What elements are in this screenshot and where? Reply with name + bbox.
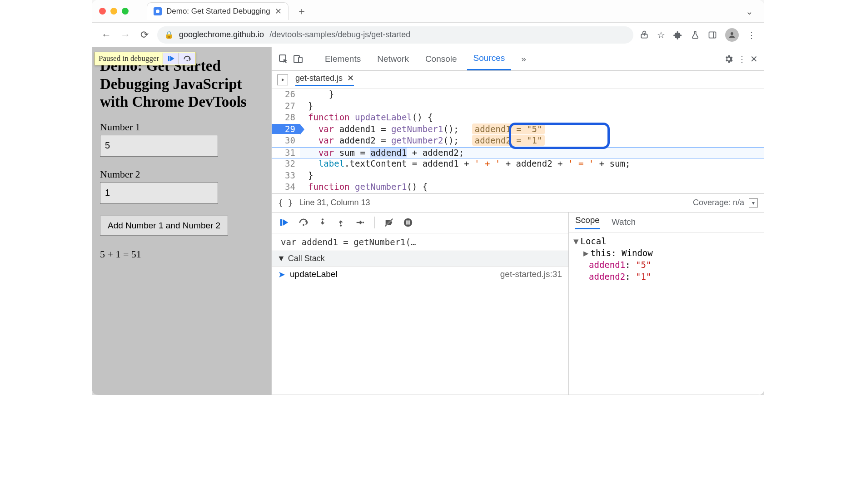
window-controls: [99, 8, 129, 15]
settings-gear-icon[interactable]: [724, 54, 734, 64]
tab-more[interactable]: »: [515, 47, 533, 70]
svg-rect-21: [408, 220, 410, 224]
tabs-dropdown-button[interactable]: ⌄: [746, 6, 753, 17]
step-icon[interactable]: [354, 217, 365, 227]
cursor-position: Line 31, Column 13: [299, 198, 370, 208]
bookmark-star-icon[interactable]: ☆: [657, 30, 665, 40]
tab-network[interactable]: Network: [371, 47, 415, 70]
scope-variables: ▼Local ▶this: Window addend1: "5" addend…: [569, 232, 764, 285]
svg-point-14: [322, 218, 323, 220]
number2-input[interactable]: [100, 182, 218, 204]
tab-sources[interactable]: Sources: [467, 47, 512, 70]
tab-elements[interactable]: Elements: [319, 47, 367, 70]
svg-marker-5: [170, 56, 174, 61]
code-line: var addend2 = getNumber2(); addend2 = "1…: [300, 135, 764, 145]
new-tab-button[interactable]: ＋: [297, 5, 307, 18]
favicon-icon: [154, 7, 162, 15]
device-toolbar-icon[interactable]: [293, 54, 304, 64]
current-frame-pointer-icon: ➤: [278, 269, 285, 280]
svg-point-16: [363, 222, 364, 223]
maximize-window-button[interactable]: [122, 8, 129, 15]
scope-this-row[interactable]: ▶this: Window: [573, 247, 760, 259]
scope-local-header[interactable]: ▼Local: [573, 235, 760, 247]
paused-label: Paused in debugger: [95, 52, 163, 65]
lock-icon: 🔒: [164, 30, 174, 39]
resume-button[interactable]: [163, 53, 179, 64]
share-icon[interactable]: [640, 30, 649, 40]
call-stack-header[interactable]: ▼Call Stack: [272, 251, 568, 267]
call-stack-frame[interactable]: ➤ updateLabel get-started.js:31: [272, 267, 568, 282]
add-button[interactable]: Add Number 1 and Number 2: [100, 216, 228, 236]
browser-tab[interactable]: Demo: Get Started Debugging ✕: [147, 2, 289, 20]
file-tab-name: get-started.js: [295, 74, 343, 83]
devtools-panel: Elements Network Console Sources » ⋮ ✕ g…: [271, 47, 764, 395]
scope-variable-row[interactable]: addend1: "5": [573, 259, 760, 271]
number2-label: Number 2: [100, 168, 263, 180]
devtools-tabbar: Elements Network Console Sources » ⋮ ✕: [272, 47, 764, 71]
coverage-toggle-icon[interactable]: ▾: [749, 198, 758, 208]
file-tab-active[interactable]: get-started.js ✕: [295, 73, 354, 86]
number1-input[interactable]: [100, 135, 218, 157]
number1-label: Number 1: [100, 121, 263, 133]
resume-script-button[interactable]: [279, 217, 289, 227]
code-line: }: [300, 170, 764, 180]
svg-rect-20: [406, 220, 408, 224]
svg-marker-12: [283, 219, 288, 226]
pretty-print-icon[interactable]: { }: [278, 198, 293, 208]
page-content: Paused in debugger Demo: Get Started Deb…: [92, 47, 271, 395]
tab-title: Demo: Get Started Debugging: [166, 7, 270, 16]
svg-point-3: [731, 32, 733, 35]
step-over-icon[interactable]: [298, 217, 309, 227]
svg-point-6: [187, 60, 188, 61]
scope-watch-tabs: Scope Watch: [569, 212, 764, 232]
profile-avatar[interactable]: [725, 28, 739, 42]
side-panel-icon[interactable]: [708, 30, 717, 40]
code-editor[interactable]: 26 } 27} 28function updateLabel() { 29 v…: [272, 89, 764, 193]
url-input[interactable]: 🔒 googlechrome.github.io/devtools-sample…: [157, 26, 633, 44]
step-into-icon[interactable]: [318, 217, 327, 227]
debugger-toolbar: [272, 212, 568, 233]
chrome-menu-icon[interactable]: ⋮: [747, 30, 756, 40]
navigator-toggle-button[interactable]: [277, 74, 288, 85]
scope-tab[interactable]: Scope: [575, 215, 600, 229]
watch-tab[interactable]: Watch: [612, 217, 636, 227]
step-over-button[interactable]: [179, 53, 195, 64]
tab-console[interactable]: Console: [419, 47, 463, 70]
inspect-element-icon[interactable]: [278, 54, 289, 64]
inline-value: addend1 = "5": [472, 124, 545, 134]
pause-on-exceptions-icon[interactable]: [403, 217, 413, 227]
code-line: function updateLabel() {: [300, 112, 764, 122]
close-devtools-button[interactable]: ✕: [750, 54, 758, 64]
back-button[interactable]: ←: [100, 29, 113, 41]
svg-rect-11: [280, 219, 282, 226]
file-tabs: get-started.js ✕: [272, 71, 764, 89]
labs-icon[interactable]: [691, 30, 700, 40]
deactivate-breakpoints-icon[interactable]: [384, 217, 394, 227]
svg-point-13: [303, 224, 304, 226]
svg-rect-9: [299, 57, 302, 63]
close-file-tab-button[interactable]: ✕: [347, 73, 354, 83]
close-tab-button[interactable]: ✕: [275, 6, 282, 16]
debugger-left-pane: var addend1 = getNumber1(… ▼Call Stack ➤…: [272, 212, 569, 395]
minimize-window-button[interactable]: [110, 8, 117, 15]
step-out-icon[interactable]: [336, 217, 345, 227]
paused-in-debugger-banner: Paused in debugger: [95, 52, 196, 65]
code-line-current: var sum = addend1 + addend2;: [300, 148, 764, 158]
code-line: label.textContent = addend1 + ' + ' + ad…: [300, 158, 764, 168]
svg-rect-4: [168, 56, 169, 61]
code-line: function getNumber1() {: [300, 182, 764, 192]
close-window-button[interactable]: [99, 8, 106, 15]
coverage-text: Coverage: n/a: [693, 198, 744, 208]
svg-point-19: [404, 218, 412, 227]
scope-variable-row[interactable]: addend2: "1": [573, 271, 760, 282]
extensions-icon[interactable]: [673, 30, 682, 40]
breakpoint-snippet: var addend1 = getNumber1(…: [272, 233, 568, 251]
address-bar: ← → ⟳ 🔒 googlechrome.github.io/devtools-…: [92, 23, 764, 47]
code-line: }: [300, 101, 764, 111]
debugger-right-pane: Scope Watch ▼Local ▶this: Window addend1…: [569, 212, 764, 395]
devtools-menu-icon[interactable]: ⋮: [737, 54, 747, 64]
inline-value: addend2 = "1": [472, 135, 545, 146]
editor-status-bar: { } Line 31, Column 13 Coverage: n/a ▾: [272, 193, 764, 212]
reload-button[interactable]: ⟳: [138, 29, 151, 41]
code-line: var addend1 = getNumber1(); addend1 = "5…: [300, 124, 764, 134]
